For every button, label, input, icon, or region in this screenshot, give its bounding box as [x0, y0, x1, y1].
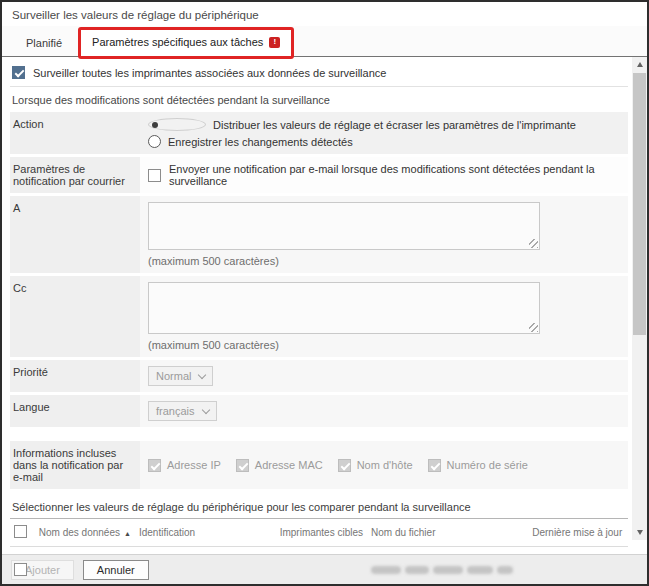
cc-field-hint: (maximum 500 caractères) [148, 339, 620, 351]
language-row: Langue français [10, 395, 628, 427]
scroll-down-button[interactable] [632, 525, 647, 540]
to-field-label: A [10, 196, 140, 273]
register-changes-radio-label: Enregistrer les changements détectés [168, 136, 353, 148]
arrow-down-icon [637, 530, 643, 535]
distribute-radio[interactable] [148, 118, 206, 131]
action-row: Action Distribuer les valeurs de réglage… [10, 112, 628, 154]
send-email-checkbox[interactable] [148, 169, 161, 182]
changes-detected-section-label: Lorsque des modifications sont détectées… [10, 87, 628, 112]
column-header-updated[interactable]: Dernière mise à jour [528, 519, 628, 547]
monitor-all-label: Surveiller toutes les imprimantes associ… [33, 67, 386, 79]
dialog-footer: Ajouter Annuler [2, 554, 647, 584]
arrow-up-icon [637, 62, 643, 67]
tab-bar: Planifié Paramètres spécifiques aux tâch… [2, 26, 647, 57]
column-header-name[interactable]: Nom des données▲ [35, 519, 135, 547]
vertical-scrollbar[interactable] [632, 57, 647, 540]
mail-notification-label: Paramètres de notification par courrier [10, 157, 140, 193]
action-label: Action [10, 112, 140, 154]
dialog-body: Surveiller toutes les imprimantes associ… [2, 57, 647, 554]
redacted-filename-blur [371, 566, 513, 574]
priority-label: Priorité [10, 360, 140, 392]
send-email-checkbox-label: Envoyer une notification par e-mail lors… [169, 163, 620, 187]
priority-select-value: Normal [156, 370, 191, 382]
tab-parametres-label: Paramètres spécifiques aux tâches [92, 36, 263, 48]
chevron-down-icon [201, 405, 209, 413]
dialog-titlebar: Surveiller les valeurs de réglage du pér… [2, 2, 647, 26]
tab-planifie-label: Planifié [26, 37, 62, 49]
language-label: Langue [10, 395, 140, 427]
monitor-all-checkbox[interactable] [12, 66, 25, 79]
sort-ascending-icon: ▲ [124, 530, 131, 537]
ip-address-checkbox [148, 459, 161, 472]
serial-number-label: Numéro de série [447, 459, 528, 471]
chevron-down-icon [198, 370, 206, 378]
dialog-title: Surveiller les valeurs de réglage du pér… [12, 9, 259, 21]
ip-address-label: Adresse IP [167, 459, 221, 471]
email-info-row: Informations incluses dans la notificati… [10, 441, 628, 489]
mac-address-label: Adresse MAC [255, 459, 323, 471]
select-all-checkbox[interactable] [14, 525, 27, 538]
serial-number-checkbox [428, 459, 441, 472]
hostname-label: Nom d'hôte [357, 459, 413, 471]
distribute-radio-label: Distribuer les valeurs de réglage et écr… [213, 119, 576, 131]
column-header-file[interactable]: Nom du fichier [367, 519, 528, 547]
tab-planifie[interactable]: Planifié [10, 31, 78, 56]
cc-field-textarea[interactable] [149, 283, 539, 333]
cc-field-row: Cc (maximum 500 caractères) [10, 276, 628, 357]
priority-row: Priorité Normal [10, 360, 628, 392]
to-field-hint: (maximum 500 caractères) [148, 255, 620, 267]
column-header-targets[interactable]: Imprimantes cibles [276, 519, 367, 547]
table-caption: Sélectionner les valeurs de réglage du p… [10, 492, 628, 518]
resize-handle-icon [529, 323, 538, 332]
alert-badge-icon: ! [269, 37, 280, 48]
hostname-checkbox [338, 459, 351, 472]
row-checkbox[interactable] [14, 563, 27, 576]
tab-parametres-specifiques[interactable]: Paramètres spécifiques aux tâches ! [81, 30, 291, 56]
language-select[interactable]: français [148, 401, 217, 421]
scroll-content: Surveiller toutes les imprimantes associ… [2, 57, 632, 554]
monitor-all-row: Surveiller toutes les imprimantes associ… [10, 62, 628, 87]
priority-select[interactable]: Normal [148, 366, 213, 386]
cancel-button[interactable]: Annuler [83, 560, 149, 580]
table-header-row: Nom des données▲ Identification Impriman… [10, 519, 628, 547]
column-header-identification[interactable]: Identification [135, 519, 276, 547]
cc-field-label: Cc [10, 276, 140, 357]
to-field-row: A (maximum 500 caractères) [10, 196, 628, 273]
scrollbar-thumb[interactable] [633, 73, 646, 335]
scroll-up-button[interactable] [632, 57, 647, 72]
mail-notification-row: Paramètres de notification par courrier … [10, 157, 628, 193]
annotation-highlight-box: Paramètres spécifiques aux tâches ! [78, 27, 294, 59]
resize-handle-icon [529, 239, 538, 248]
email-info-label: Informations incluses dans la notificati… [10, 441, 140, 489]
monitor-device-settings-dialog: Surveiller les valeurs de réglage du pér… [0, 0, 649, 586]
to-field-textarea[interactable] [149, 203, 539, 249]
register-changes-radio[interactable] [148, 135, 161, 148]
mac-address-checkbox [236, 459, 249, 472]
language-select-value: français [156, 405, 195, 417]
